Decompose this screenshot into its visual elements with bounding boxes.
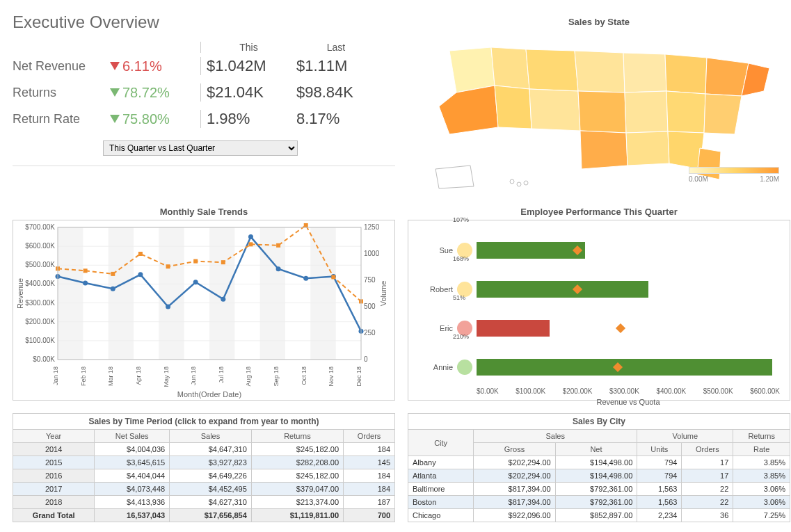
table-row[interactable]: Chicago$922,096.00$852,897.002,234367.25… — [408, 509, 790, 522]
svg-rect-64 — [304, 223, 308, 227]
svg-point-51 — [276, 266, 281, 271]
kpi-header-this: This — [200, 42, 291, 53]
employee-name: Robert — [418, 285, 457, 293]
kpi-label: Return Rate — [13, 112, 110, 127]
svg-rect-56 — [83, 268, 88, 273]
page-title: Executive Overview — [13, 13, 395, 32]
kpi-label: Returns — [13, 86, 110, 100]
svg-text:Nov 18: Nov 18 — [328, 366, 335, 387]
svg-rect-60 — [193, 259, 198, 264]
city-table-panel: Sales By City City Sales Volume Returns … — [408, 413, 790, 522]
revenue-bar — [477, 359, 772, 376]
svg-point-52 — [303, 276, 308, 281]
svg-text:0: 0 — [364, 355, 368, 363]
us-map[interactable]: 0.00M 1.20M — [408, 30, 790, 190]
svg-text:$200.00K: $200.00K — [25, 318, 55, 325]
status-circle-icon — [457, 360, 472, 375]
svg-text:Apr 18: Apr 18 — [135, 366, 142, 385]
svg-point-49 — [221, 297, 225, 302]
map-legend: 0.00M 1.20M — [689, 167, 779, 183]
svg-text:1250: 1250 — [364, 223, 380, 231]
kpi-change: 75.80% — [110, 111, 200, 127]
triangle-down-icon — [110, 115, 120, 123]
kpi-last: 8.17% — [291, 110, 381, 128]
table-row[interactable]: Albany$202,294.00$194,498.00794173.85% — [408, 456, 790, 469]
svg-point-50 — [248, 234, 253, 239]
svg-rect-5 — [159, 227, 184, 360]
table-row[interactable]: 2016$4,404,044$4,649,226$245,182.00184 — [13, 469, 395, 483]
svg-rect-3 — [58, 227, 83, 360]
city-table[interactable]: City Sales Volume Returns Gross Net Unit… — [408, 429, 790, 522]
kpi-change: 78.72% — [110, 85, 200, 101]
employee-name: Eric — [418, 324, 457, 332]
employee-pct: 168% — [453, 255, 791, 262]
employee-name: Sue — [418, 246, 457, 255]
svg-rect-8 — [310, 227, 335, 360]
svg-rect-59 — [166, 264, 170, 268]
kpi-this: $21.04K — [200, 83, 291, 102]
svg-rect-62 — [248, 242, 253, 246]
quota-diamond-icon — [616, 323, 625, 333]
svg-point-1 — [517, 182, 521, 186]
svg-text:750: 750 — [364, 276, 376, 284]
svg-point-48 — [193, 280, 198, 284]
svg-point-46 — [138, 272, 143, 277]
table-row[interactable]: 2017$4,073,448$4,452,495$379,047.00184 — [13, 483, 395, 496]
trends-title: Monthly Sale Trends — [13, 202, 395, 220]
svg-text:Revenue: Revenue — [16, 278, 24, 309]
trends-panel: Monthly Sale Trends $0.00K$100.00K$200.0… — [13, 202, 395, 401]
employee-pct: 210% — [453, 333, 791, 340]
triangle-down-icon — [110, 62, 120, 70]
svg-point-45 — [111, 287, 115, 291]
table-row[interactable]: 2018$4,413,936$4,627,310$213,374.00187 — [13, 496, 395, 509]
kpi-change: 6.11% — [110, 58, 200, 74]
svg-text:250: 250 — [364, 329, 376, 337]
svg-text:$600.00K: $600.00K — [25, 242, 55, 250]
table-row[interactable]: 2015$3,645,615$3,927,823$282,208.00145 — [13, 456, 395, 469]
employee-row[interactable]: Annie — [418, 351, 780, 383]
svg-rect-4 — [109, 227, 134, 360]
kpi-last: $98.84K — [291, 83, 381, 102]
employee-chart[interactable]: 107% Sue 168% Robert 51% Eric — [408, 220, 790, 401]
monthly-trends-chart[interactable]: $0.00K$100.00K$200.00K$300.00K$400.00K$5… — [13, 220, 395, 401]
svg-text:$700.00K: $700.00K — [25, 223, 55, 231]
kpi-last: $1.11M — [291, 57, 381, 75]
employee-pct: 51% — [453, 294, 791, 301]
svg-text:Mar 18: Mar 18 — [107, 366, 114, 386]
svg-rect-7 — [260, 227, 285, 360]
svg-text:May 18: May 18 — [163, 366, 170, 387]
svg-text:500: 500 — [364, 303, 376, 310]
table-row[interactable]: Atlanta$202,294.00$194,498.00794173.85% — [408, 469, 790, 483]
svg-text:Volume: Volume — [379, 281, 387, 307]
employee-name: Annie — [418, 363, 457, 371]
svg-rect-61 — [221, 260, 225, 264]
svg-rect-63 — [276, 243, 280, 248]
svg-rect-65 — [331, 275, 335, 279]
time-table-title: Sales by Time Period (click to expand fr… — [13, 413, 395, 429]
triangle-down-icon — [110, 88, 120, 97]
city-table-title: Sales By City — [408, 413, 790, 429]
svg-text:1000: 1000 — [364, 250, 380, 257]
time-table[interactable]: YearNet SalesSalesReturnsOrders 2014$4,0… — [13, 429, 395, 522]
svg-text:Month(Order Date): Month(Order Date) — [177, 390, 241, 398]
svg-point-44 — [83, 281, 88, 286]
svg-rect-57 — [111, 272, 115, 276]
time-table-panel: Sales by Time Period (click to expand fr… — [13, 413, 395, 522]
svg-point-0 — [510, 179, 514, 184]
svg-rect-58 — [138, 252, 143, 256]
map-panel: Sales by State — [408, 13, 790, 190]
kpi-this: 1.98% — [200, 110, 291, 128]
svg-text:$0.00K: $0.00K — [33, 355, 55, 363]
svg-text:$100.00K: $100.00K — [25, 337, 55, 344]
svg-point-2 — [524, 181, 528, 185]
svg-text:Sep 18: Sep 18 — [273, 366, 280, 387]
kpi-header-last: Last — [291, 42, 381, 53]
svg-text:$400.00K: $400.00K — [25, 280, 55, 287]
table-row[interactable]: Boston$817,394.00$792,361.001,563223.06% — [408, 496, 790, 509]
kpi-this: $1.042M — [200, 57, 291, 75]
table-row[interactable]: 2014$4,004,036$4,647,310$245,182.00184 — [13, 443, 395, 456]
table-row[interactable]: Baltimore$817,394.00$792,361.001,563223.… — [408, 483, 790, 496]
period-dropdown[interactable]: This Quarter vs Last Quarter — [103, 140, 298, 156]
kpi-label: Net Revenue — [13, 59, 110, 74]
svg-text:Jun 18: Jun 18 — [190, 366, 197, 385]
